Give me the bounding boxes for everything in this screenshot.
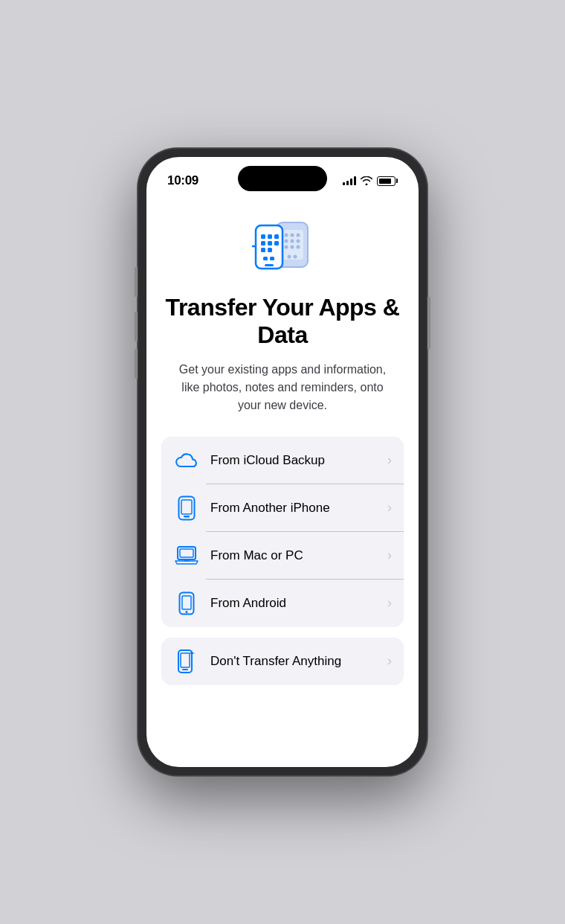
svg-rect-25 [265,264,274,266]
svg-point-8 [285,246,288,249]
wifi-icon [361,176,372,185]
svg-point-5 [285,240,288,243]
options-group-1: From iCloud Backup › From Another iPhone… [161,437,404,627]
svg-rect-23 [263,257,268,260]
svg-rect-19 [268,241,272,246]
dynamic-island [238,166,327,191]
svg-point-11 [288,255,291,259]
signal-icon [343,176,356,185]
main-content: Transfer Your Apps & Data Get your exist… [146,194,419,767]
svg-point-6 [291,240,294,243]
option-icloud-backup[interactable]: From iCloud Backup › [161,437,404,484]
transfer-illustration [245,216,320,276]
icloud-icon [173,447,200,474]
svg-rect-37 [182,669,188,670]
svg-rect-33 [182,596,191,609]
iphone-icon [173,495,200,522]
status-time: 10:09 [167,173,198,188]
option-android[interactable]: From Android › [161,580,404,627]
chevron-icon: › [387,595,392,611]
option-dont-transfer[interactable]: Don't Transfer Anything › [161,638,404,685]
icloud-backup-label: From iCloud Backup [210,453,387,468]
sparkle-phone-icon [173,648,200,675]
option-another-iphone[interactable]: From Another iPhone › [161,484,404,532]
svg-rect-21 [261,248,265,252]
dont-transfer-label: Don't Transfer Anything [210,654,387,669]
phone-screen: 10:09 [146,157,419,767]
svg-point-34 [186,611,188,613]
page-subtitle: Get your existing apps and information, … [161,361,404,414]
svg-rect-24 [270,257,274,260]
svg-point-7 [297,240,300,243]
options-group-2: Don't Transfer Anything › [161,638,404,685]
svg-point-10 [297,246,300,249]
svg-point-12 [294,255,297,259]
svg-rect-20 [274,241,279,246]
laptop-icon [173,542,200,569]
chevron-icon: › [387,452,392,468]
chevron-icon: › [387,653,392,669]
android-phone-icon [173,590,200,617]
mac-or-pc-label: From Mac or PC [210,548,387,563]
svg-point-2 [285,234,288,237]
battery-icon [377,176,398,186]
svg-rect-36 [181,653,190,667]
svg-rect-28 [184,516,190,518]
chevron-icon: › [387,548,392,563]
svg-rect-15 [261,234,265,239]
option-mac-or-pc[interactable]: From Mac or PC › [161,532,404,580]
svg-rect-27 [181,500,192,514]
svg-rect-18 [261,241,265,246]
svg-rect-16 [268,234,272,239]
svg-point-9 [291,246,294,249]
svg-rect-17 [274,234,279,239]
android-label: From Android [210,596,387,611]
svg-point-3 [291,234,294,237]
chevron-icon: › [387,500,392,516]
svg-point-4 [297,234,300,237]
phone-device: 10:09 [138,148,427,776]
svg-rect-22 [268,248,272,252]
svg-rect-30 [180,549,193,557]
status-icons [343,176,398,186]
page-title: Transfer Your Apps & Data [161,294,404,349]
another-iphone-label: From Another iPhone [210,501,387,516]
